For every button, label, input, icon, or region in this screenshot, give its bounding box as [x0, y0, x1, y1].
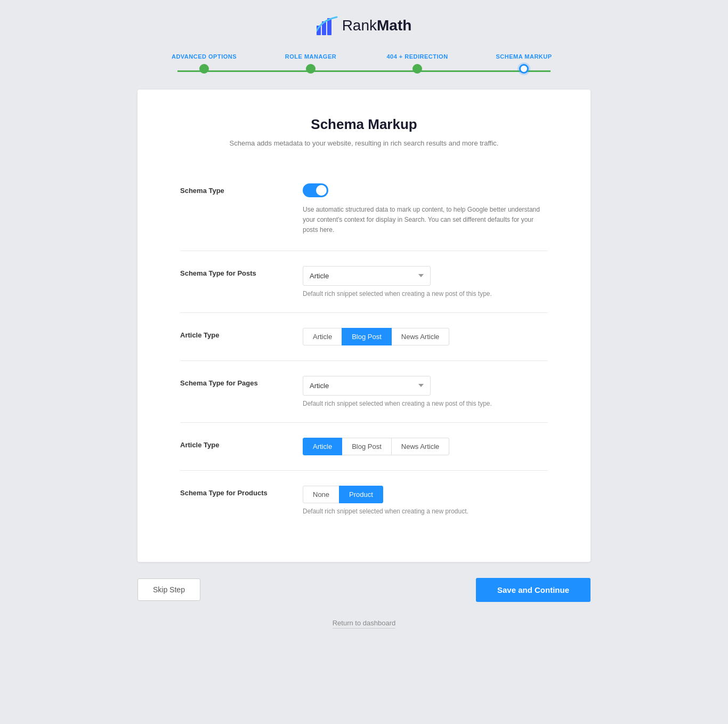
schema-type-pages-content: Article Blog Post News Article None Defa… — [303, 376, 548, 407]
schema-type-pages-row: Schema Type for Pages Article Blog Post … — [180, 361, 548, 423]
step-advanced-options-dot — [199, 64, 209, 74]
brand-logo: RankMath — [317, 16, 412, 35]
schema-type-products-none-btn[interactable]: None — [303, 486, 339, 503]
schema-type-posts-select[interactable]: Article Blog Post News Article None — [303, 266, 431, 286]
schema-type-products-description: Default rich snippet selected when creat… — [303, 508, 548, 515]
article-type-posts-group: Article Blog Post News Article — [303, 328, 548, 345]
article-type-pages-row: Article Type Article Blog Post News Arti… — [180, 423, 548, 471]
article-type-pages-content: Article Blog Post News Article — [303, 438, 548, 455]
schema-type-toggle[interactable] — [303, 183, 328, 197]
step-role-manager-dot — [306, 64, 316, 74]
logo-area: RankMath — [0, 16, 728, 37]
schema-type-posts-row: Schema Type for Posts Article Blog Post … — [180, 251, 548, 313]
step-role-manager[interactable]: Role Manager — [257, 53, 364, 74]
rankmath-logo-icon — [317, 16, 338, 35]
schema-type-products-row: Schema Type for Products None Product De… — [180, 471, 548, 530]
schema-type-posts-description: Default rich snippet selected when creat… — [303, 290, 548, 297]
step-advanced-options-label: Advanced Options — [172, 53, 237, 60]
skip-step-button[interactable]: Skip Step — [137, 578, 200, 601]
schema-type-label: Schema Type — [180, 183, 287, 195]
page-title: Schema Markup — [180, 116, 548, 133]
schema-type-pages-description: Default rich snippet selected when creat… — [303, 400, 548, 407]
schema-type-pages-select[interactable]: Article Blog Post News Article None — [303, 376, 431, 396]
page-subtitle: Schema adds metadata to your website, re… — [180, 139, 548, 147]
article-type-posts-content: Article Blog Post News Article — [303, 328, 548, 345]
schema-type-content: Use automatic structured data to mark up… — [303, 183, 548, 236]
article-type-pages-label: Article Type — [180, 438, 287, 449]
article-type-pages-article-btn[interactable]: Article — [303, 438, 342, 455]
progress-bar: Advanced Options Role Manager 404 + Redi… — [151, 53, 577, 74]
article-type-posts-label: Article Type — [180, 328, 287, 339]
main-card: Schema Markup Schema adds metadata to yo… — [137, 90, 591, 562]
step-404-redirection-dot — [412, 64, 422, 74]
save-continue-button[interactable]: Save and Continue — [476, 578, 591, 602]
step-schema-markup[interactable]: Schema Markup — [471, 53, 577, 74]
article-type-pages-blogpost-btn[interactable]: Blog Post — [342, 438, 392, 455]
step-schema-markup-label: Schema Markup — [496, 53, 552, 60]
article-type-posts-row: Article Type Article Blog Post News Arti… — [180, 313, 548, 361]
schema-type-posts-label: Schema Type for Posts — [180, 266, 287, 277]
step-role-manager-label: Role Manager — [285, 53, 336, 60]
return-to-dashboard-link[interactable]: Return to dashboard — [333, 619, 396, 629]
step-404-redirection[interactable]: 404 + Redirection — [364, 53, 471, 74]
schema-type-products-content: None Product Default rich snippet select… — [303, 486, 548, 515]
step-schema-markup-dot — [519, 64, 529, 74]
schema-type-description: Use automatic structured data to mark up… — [303, 205, 548, 236]
article-type-posts-newsarticle-btn[interactable]: News Article — [391, 328, 450, 345]
schema-type-products-group: None Product — [303, 486, 548, 503]
logo-math: Math — [377, 17, 411, 34]
return-link-area: Return to dashboard — [0, 618, 728, 628]
schema-type-products-product-btn[interactable]: Product — [339, 486, 383, 503]
schema-type-posts-content: Article Blog Post News Article None Defa… — [303, 266, 548, 297]
article-type-posts-article-btn[interactable]: Article — [303, 328, 342, 345]
step-advanced-options[interactable]: Advanced Options — [151, 53, 257, 74]
schema-type-row: Schema Type Use automatic structured dat… — [180, 168, 548, 251]
card-footer: Skip Step Save and Continue — [137, 562, 591, 602]
schema-type-pages-label: Schema Type for Pages — [180, 376, 287, 387]
logo-rank: Rank — [342, 17, 377, 34]
schema-type-products-label: Schema Type for Products — [180, 486, 287, 497]
step-404-redirection-label: 404 + Redirection — [386, 53, 448, 60]
toggle-thumb — [316, 185, 327, 196]
article-type-pages-group: Article Blog Post News Article — [303, 438, 548, 455]
article-type-posts-blogpost-btn[interactable]: Blog Post — [342, 328, 392, 345]
article-type-pages-newsarticle-btn[interactable]: News Article — [391, 438, 450, 455]
